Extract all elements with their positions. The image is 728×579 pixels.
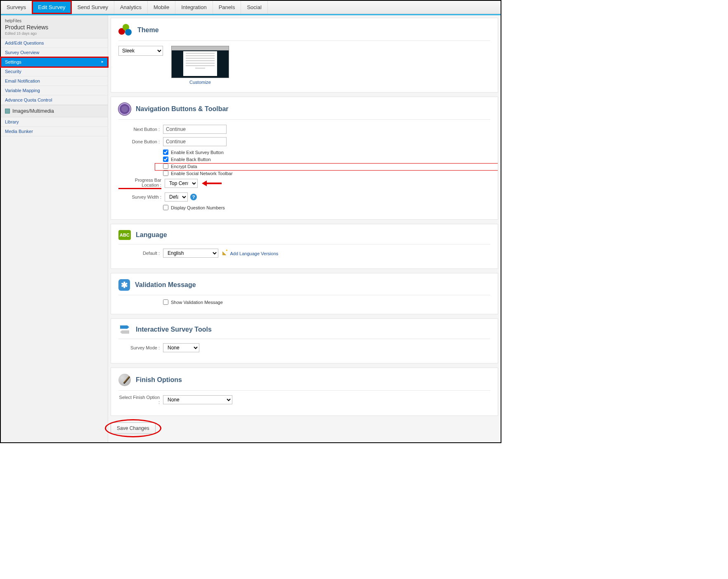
- language-default-label: Default :: [118, 251, 163, 256]
- finish-icon: [118, 374, 131, 386]
- wand-icon: [222, 250, 227, 255]
- cb-exit-survey[interactable]: Enable Exit Survey Button: [163, 149, 490, 155]
- sidebar-item-library[interactable]: Library: [1, 117, 108, 127]
- cb-encrypt-data-label: Encrypt Data: [171, 164, 197, 169]
- red-arrow-annotation: [202, 180, 222, 186]
- add-language-link[interactable]: Add Language Versions: [222, 250, 278, 256]
- cb-encrypt-data[interactable]: Encrypt Data: [163, 164, 490, 169]
- survey-width-label: Survey Width :: [118, 195, 165, 199]
- sidebar-title: Product Reviews: [5, 24, 104, 31]
- nav-title: Navigation Buttons & Toolbar: [136, 105, 229, 113]
- panel-finish: Finish Options Select Finish Option : No…: [111, 368, 498, 416]
- tab-social[interactable]: Social: [241, 1, 267, 14]
- gear-icon: [118, 103, 131, 115]
- sidebar: helpFiles Product Reviews Edited 15 days…: [1, 15, 108, 442]
- next-button-label: Next Button :: [118, 127, 163, 132]
- interactive-title: Interactive Survey Tools: [136, 326, 212, 333]
- save-row: Save Changes: [111, 420, 498, 434]
- panel-language: ABC Language Default : English Add Langu…: [111, 224, 498, 269]
- customize-link[interactable]: Customize: [171, 80, 229, 85]
- cb-display-qnum-label: Display Question Numbers: [171, 205, 225, 210]
- panel-validation: ✱ Validation Message Show Validation Mes…: [111, 273, 498, 314]
- help-icon[interactable]: ?: [190, 194, 197, 200]
- sidebar-item-add-edit-questions[interactable]: Add/Edit Questions: [1, 38, 108, 48]
- theme-title: Theme: [137, 26, 159, 34]
- validation-title: Validation Message: [135, 281, 196, 289]
- done-button-label: Done Button :: [118, 139, 163, 144]
- tab-send-survey[interactable]: Send Survey: [71, 1, 114, 14]
- theme-preview: Customize: [171, 46, 229, 85]
- cb-social-toolbar[interactable]: Enable Social Network Toolbar: [163, 171, 490, 176]
- finish-option-label: Select Finish Option :: [118, 395, 163, 405]
- sidebar-item-email-notification[interactable]: Email Notification: [1, 76, 108, 86]
- validation-icon: ✱: [118, 279, 130, 291]
- tab-surveys[interactable]: Surveys: [1, 1, 32, 14]
- cb-display-qnum[interactable]: Display Question Numbers: [163, 205, 490, 210]
- cb-exit-survey-label: Enable Exit Survey Button: [171, 150, 224, 155]
- panel-theme: Theme Sleek: [111, 18, 498, 93]
- cb-social-toolbar-input[interactable]: [163, 171, 168, 176]
- done-button-input[interactable]: [163, 137, 227, 146]
- tab-edit-survey[interactable]: Edit Survey: [32, 1, 71, 14]
- next-button-input[interactable]: [163, 125, 227, 134]
- sidebar-edited: Edited 15 days ago: [5, 31, 104, 36]
- tab-analytics[interactable]: Analytics: [114, 1, 148, 14]
- tab-mobile[interactable]: Mobile: [148, 1, 175, 14]
- theme-icon: [118, 24, 132, 36]
- cb-encrypt-data-input[interactable]: [163, 164, 168, 169]
- main-column: Theme Sleek: [108, 15, 501, 442]
- cb-social-toolbar-label: Enable Social Network Toolbar: [171, 171, 233, 176]
- cb-show-validation[interactable]: Show Validation Message: [163, 299, 490, 305]
- sidebar-item-survey-overview[interactable]: Survey Overview: [1, 48, 108, 57]
- cb-back-button-label: Enable Back Button: [171, 157, 211, 162]
- tab-panels[interactable]: Panels: [213, 1, 241, 14]
- sidebar-item-settings[interactable]: Settings: [1, 57, 108, 67]
- cb-back-button[interactable]: Enable Back Button: [163, 157, 490, 162]
- survey-mode-select[interactable]: None: [163, 343, 199, 352]
- panel-interactive: Interactive Survey Tools Survey Mode : N…: [111, 318, 498, 363]
- sidebar-header: helpFiles Product Reviews Edited 15 days…: [1, 15, 108, 38]
- cb-display-qnum-input[interactable]: [163, 205, 168, 210]
- finish-option-select[interactable]: None: [163, 395, 232, 404]
- cb-show-validation-input[interactable]: [163, 299, 168, 305]
- sidebar-item-media-bunker[interactable]: Media Bunker: [1, 127, 108, 136]
- sidebar-item-variable-mapping[interactable]: Variable Mapping: [1, 86, 108, 95]
- theme-select[interactable]: Sleek: [118, 46, 163, 56]
- top-nav: Surveys Edit Survey Send Survey Analytic…: [1, 1, 501, 14]
- progress-bar-select[interactable]: Top Center: [165, 179, 198, 188]
- cb-show-validation-label: Show Validation Message: [171, 300, 223, 305]
- cb-exit-survey-input[interactable]: [163, 149, 168, 155]
- survey-width-select[interactable]: Default: [165, 192, 188, 202]
- interactive-icon: [118, 325, 131, 335]
- theme-thumbnail[interactable]: [171, 46, 229, 78]
- sidebar-item-security[interactable]: Security: [1, 67, 108, 76]
- progress-bar-label: Progress Bar Location :: [118, 178, 165, 189]
- survey-mode-label: Survey Mode :: [118, 345, 163, 350]
- cb-back-button-input[interactable]: [163, 157, 168, 162]
- language-title: Language: [136, 231, 167, 239]
- save-changes-button[interactable]: Save Changes: [111, 422, 156, 434]
- sidebar-group-list: Library Media Bunker: [1, 117, 108, 136]
- finish-title: Finish Options: [136, 376, 182, 384]
- sidebar-group-images: Images/Multimedia: [1, 105, 108, 117]
- language-icon: ABC: [118, 230, 131, 240]
- sidebar-helpfiles: helpFiles: [5, 19, 104, 23]
- panel-navigation: Navigation Buttons & Toolbar Next Button…: [111, 97, 498, 220]
- language-default-select[interactable]: English: [163, 249, 218, 258]
- tab-integration[interactable]: Integration: [175, 1, 213, 14]
- sidebar-group-label: Images/Multimedia: [12, 108, 54, 114]
- sidebar-list: Add/Edit Questions Survey Overview Setti…: [1, 38, 108, 105]
- images-icon: [5, 109, 10, 114]
- sidebar-item-advance-quota-control[interactable]: Advance Quota Control: [1, 95, 108, 105]
